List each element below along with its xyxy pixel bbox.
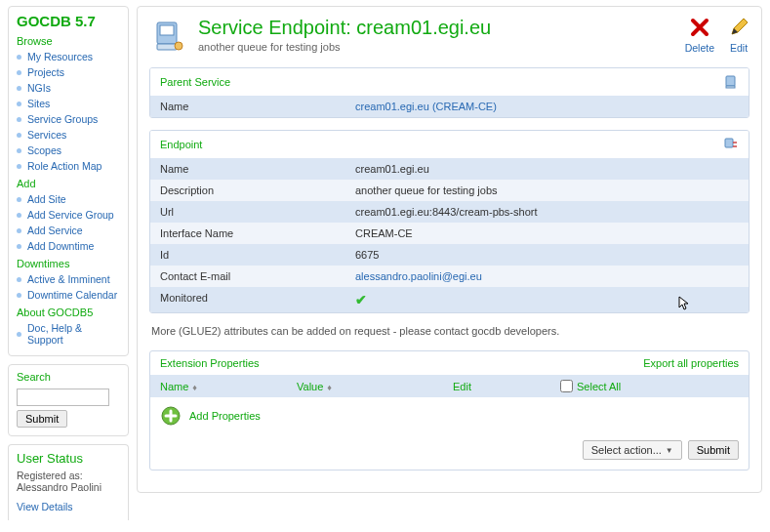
ext-title: Extension Properties: [160, 357, 260, 369]
ep-id-value: 6675: [355, 249, 739, 261]
parent-name-label: Name: [160, 101, 355, 112]
col-name-header[interactable]: Name♦: [160, 381, 297, 392]
select-action-dropdown[interactable]: Select action...▼: [583, 440, 682, 460]
nav-add-service-group[interactable]: Add Service Group: [27, 209, 114, 221]
nav-ngis[interactable]: NGIs: [27, 82, 51, 94]
endpoint-title: Endpoint: [160, 139, 202, 150]
col-value-header[interactable]: Value♦: [297, 381, 453, 392]
nav-active-imminent[interactable]: Active & Imminent: [27, 273, 110, 285]
nav-my-resources[interactable]: My Resources: [27, 51, 93, 62]
service-icon: [723, 74, 739, 90]
nav-role-action-map[interactable]: Role Action Map: [27, 160, 101, 172]
ep-name-label: Name: [160, 163, 355, 175]
side-group-add: Add: [17, 178, 120, 189]
ep-id-label: Id: [160, 249, 355, 261]
svg-rect-2: [160, 25, 174, 35]
ep-desc-value: another queue for testing jobs: [355, 184, 739, 196]
search-title: Search: [17, 371, 120, 383]
svg-rect-6: [725, 139, 733, 147]
sort-icon: ♦: [192, 383, 197, 392]
ep-email-label: Contact E-mail: [160, 270, 355, 282]
side-group-downtimes: Downtimes: [17, 258, 120, 269]
caret-down-icon: ▼: [666, 446, 673, 455]
delete-icon: [689, 17, 710, 38]
nav-add-site[interactable]: Add Site: [27, 193, 66, 205]
nav-sites[interactable]: Sites: [27, 98, 50, 109]
glue2-note: More (GLUE2) attributes can be added on …: [151, 325, 750, 337]
svg-point-3: [175, 42, 182, 50]
ep-email-value[interactable]: alessandro.paolini@egi.eu: [355, 270, 482, 282]
nav-services[interactable]: Services: [27, 129, 66, 141]
svg-rect-1: [157, 44, 177, 50]
sort-icon: ♦: [327, 383, 332, 392]
check-icon: ✔: [355, 292, 367, 307]
col-edit-header: Edit: [453, 381, 560, 392]
ext-submit-button[interactable]: Submit: [688, 440, 739, 460]
main-panel: Service Endpoint: cream01.egi.eu another…: [137, 6, 762, 493]
ep-desc-label: Description: [160, 184, 355, 196]
svg-rect-4: [726, 76, 735, 86]
sidebar-nav: GOCDB 5.7 Browse My Resources Projects N…: [8, 6, 129, 356]
ep-iface-label: Interface Name: [160, 227, 355, 239]
side-group-about: About GOCDB5: [17, 307, 120, 318]
nav-add-service[interactable]: Add Service: [27, 225, 83, 236]
registered-as-label: Registered as:: [17, 470, 120, 481]
endpoint-icon: [149, 17, 188, 56]
select-all-label: Select All: [577, 381, 621, 392]
user-status-box: User Status Registered as: Alessandro Pa…: [8, 444, 129, 520]
side-group-browse: Browse: [17, 35, 120, 47]
endpoint-small-icon: [723, 137, 739, 152]
user-status-title: User Status: [17, 451, 120, 466]
ep-iface-value: CREAM-CE: [355, 227, 739, 239]
page-subtitle: another queue for testing jobs: [198, 41, 685, 53]
ep-url-label: Url: [160, 206, 355, 218]
ep-monitored-label: Monitored: [160, 292, 355, 307]
extension-properties-section: Extension Properties Export all properti…: [149, 350, 750, 471]
registered-as-value: Alessandro Paolini: [17, 481, 120, 493]
parent-service-section: Parent Service Name cream01.egi.eu (CREA…: [149, 67, 750, 118]
endpoint-section: Endpoint Name cream01.egi.eu Description…: [149, 130, 750, 313]
nav-doc-help[interactable]: Doc, Help & Support: [27, 322, 120, 346]
nav-projects[interactable]: Projects: [27, 66, 64, 78]
delete-button[interactable]: Delete: [685, 17, 714, 54]
nav-downtime-calendar[interactable]: Downtime Calendar: [27, 289, 117, 301]
add-properties-link[interactable]: Add Properties: [189, 410, 261, 422]
select-all-checkbox[interactable]: [560, 380, 573, 392]
nav-scopes[interactable]: Scopes: [27, 144, 61, 156]
parent-service-title: Parent Service: [160, 76, 230, 88]
edit-button[interactable]: Edit: [728, 17, 750, 54]
app-title: GOCDB 5.7: [17, 13, 120, 29]
nav-add-downtime[interactable]: Add Downtime: [27, 240, 94, 252]
view-details-link[interactable]: View Details: [17, 501, 73, 512]
nav-service-groups[interactable]: Service Groups: [27, 113, 98, 125]
search-box: Search Submit: [8, 364, 129, 436]
ep-name-value: cream01.egi.eu: [355, 163, 739, 175]
search-input[interactable]: [17, 389, 109, 406]
svg-rect-5: [726, 86, 735, 88]
export-all-link[interactable]: Export all properties: [643, 357, 739, 369]
page-title: Service Endpoint: cream01.egi.eu: [198, 17, 685, 39]
edit-icon: [728, 17, 750, 38]
plus-icon: [160, 405, 182, 427]
parent-name-link[interactable]: cream01.egi.eu (CREAM-CE): [355, 101, 497, 112]
search-submit-button[interactable]: Submit: [17, 410, 67, 428]
ep-url-value: cream01.egi.eu:8443/cream-pbs-short: [355, 206, 739, 218]
